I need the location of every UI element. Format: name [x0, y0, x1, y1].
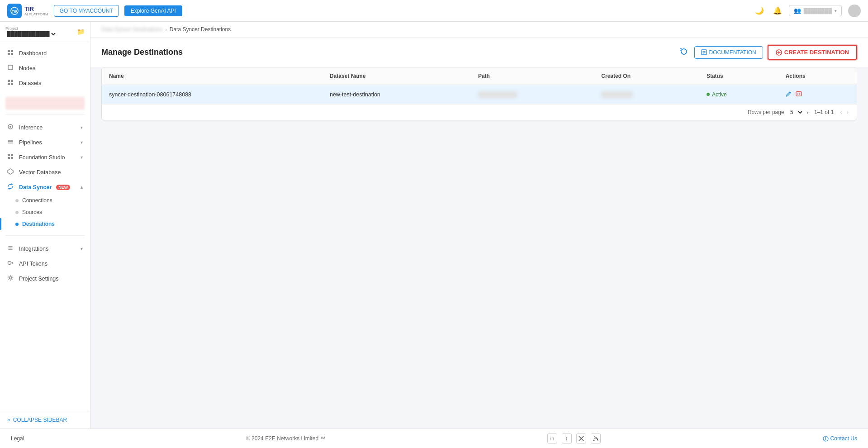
svg-rect-3 — [11, 50, 13, 52]
sidebar-item-project-settings[interactable]: Project Settings — [0, 271, 90, 286]
nodes-icon — [7, 64, 15, 72]
project-settings-icon — [7, 275, 15, 282]
sidebar-item-sources[interactable]: Sources — [0, 206, 90, 218]
user-dropdown[interactable]: 👥 ████████ ▾ — [789, 5, 842, 16]
table-header-row: Name Dataset Name Path Created On Status… — [102, 67, 857, 85]
cell-dataset-name: new-test-destination — [323, 85, 471, 104]
folder-icon[interactable]: 📁 — [77, 28, 85, 35]
sidebar-item-api-tokens[interactable]: API Tokens — [0, 256, 90, 271]
user-icon: 👥 — [794, 7, 801, 14]
footer-social: in f — [547, 434, 601, 443]
facebook-icon[interactable]: f — [562, 434, 572, 443]
chevron-down-icon-pagination: ▾ — [806, 110, 809, 115]
sources-dot — [15, 211, 19, 214]
sidebar-item-pipelines[interactable]: Pipelines ▾ — [0, 135, 90, 150]
footer: Legal © 2024 E2E Networks Limited ™ in f… — [0, 429, 868, 448]
sidebar-item-inference[interactable]: Inference ▾ — [0, 120, 90, 135]
svg-point-34 — [593, 440, 595, 441]
logo-area: TIR TIR AI PLATFORM — [7, 4, 48, 18]
status-active: Active — [707, 91, 771, 98]
svg-rect-15 — [8, 157, 10, 159]
project-settings-label: Project Settings — [19, 276, 59, 282]
connections-dot — [15, 199, 19, 202]
sidebar-item-data-syncer[interactable]: Data Syncer NEW ▴ — [0, 180, 90, 195]
col-name: Name — [102, 67, 323, 85]
explore-genai-button[interactable]: Explore GenAI API — [124, 5, 182, 16]
inference-chevron: ▾ — [81, 125, 83, 130]
page-range: 1–1 of 1 — [814, 109, 834, 115]
pipelines-icon — [7, 138, 15, 146]
avatar[interactable] — [848, 5, 861, 17]
foundation-studio-icon — [7, 153, 15, 161]
delete-button[interactable] — [796, 91, 802, 98]
sidebar-item-connections[interactable]: Connections — [0, 195, 90, 206]
next-page-button[interactable]: › — [845, 108, 849, 116]
contact-us-link[interactable]: Contact Us — [823, 435, 857, 442]
sidebar-item-dashboard[interactable]: Dashboard — [0, 46, 90, 61]
legal-link[interactable]: Legal — [11, 435, 24, 442]
svg-rect-14 — [11, 154, 13, 156]
page-nav: ‹ › — [839, 108, 849, 116]
collapse-sidebar-button[interactable]: « COLLAPSE SIDEBAR — [0, 411, 90, 429]
status-dot — [707, 93, 710, 96]
svg-rect-16 — [11, 157, 13, 159]
rows-per-page-select[interactable]: 5 10 25 — [788, 109, 804, 116]
integrations-icon — [7, 245, 15, 253]
sidebar-item-integrations[interactable]: Integrations ▾ — [0, 241, 90, 256]
sidebar-item-nodes[interactable]: Nodes — [0, 61, 90, 76]
rss-icon[interactable] — [591, 434, 601, 443]
svg-rect-5 — [11, 53, 13, 55]
integrations-label: Integrations — [19, 246, 48, 252]
foundation-studio-chevron: ▾ — [81, 155, 83, 160]
col-created-on: Created On — [594, 67, 699, 85]
sidebar-item-vector-database[interactable]: Vector Database — [0, 165, 90, 180]
svg-marker-17 — [8, 169, 13, 174]
svg-rect-9 — [8, 83, 10, 85]
svg-rect-6 — [8, 65, 13, 70]
connections-label: Connections — [22, 197, 52, 204]
user-name-redacted: ████████ — [804, 8, 832, 14]
contact-us-label: Contact Us — [830, 435, 857, 442]
documentation-button[interactable]: DOCUMENTATION — [694, 46, 763, 59]
refresh-button[interactable] — [678, 46, 690, 59]
svg-rect-30 — [796, 92, 802, 96]
create-destination-button[interactable]: CREATE DESTINATION — [768, 45, 857, 60]
project-selector: Project ████████████ 📁 — [0, 22, 90, 42]
pipelines-label: Pipelines — [19, 139, 42, 146]
data-syncer-label: Data Syncer — [19, 184, 52, 191]
sidebar-item-destinations[interactable]: Destinations — [0, 218, 90, 230]
linkedin-icon[interactable]: in — [547, 434, 557, 443]
col-dataset-name: Dataset Name — [323, 67, 471, 85]
data-syncer-icon — [7, 183, 15, 191]
project-label: Project — [5, 26, 74, 31]
api-tokens-icon — [7, 260, 15, 267]
nav-section-bottom: Integrations ▾ API Tokens Project Settin… — [0, 238, 90, 290]
rows-per-page: Rows per page: 5 10 25 ▾ — [748, 109, 809, 116]
svg-rect-10 — [11, 83, 13, 85]
project-select[interactable]: ████████████ — [5, 31, 57, 37]
datasets-icon — [7, 79, 15, 87]
inference-icon — [7, 124, 15, 131]
edit-button[interactable] — [786, 91, 792, 98]
svg-point-18 — [8, 262, 11, 265]
sidebar-item-foundation-studio[interactable]: Foundation Studio ▾ — [0, 150, 90, 165]
breadcrumb-parent[interactable]: Data Syncer Destinations — [101, 26, 162, 33]
dark-mode-toggle[interactable]: 🌙 — [753, 4, 766, 18]
inference-label: Inference — [19, 124, 43, 131]
header-actions: DOCUMENTATION CREATE DESTINATION — [678, 45, 857, 60]
divider-1 — [5, 114, 85, 114]
table-body: syncer-destination-08061748088 new-test-… — [102, 85, 857, 104]
notifications-bell[interactable]: 🔔 — [771, 4, 784, 18]
destinations-dot — [15, 223, 19, 226]
go-to-myaccount-button[interactable]: GO TO MYACCOUNT — [54, 5, 119, 17]
twitter-icon[interactable] — [576, 434, 586, 443]
created-on-redacted: •••••••••••••••• — [601, 91, 633, 98]
data-syncer-badge: NEW — [56, 185, 70, 190]
svg-text:TIR: TIR — [12, 10, 18, 14]
app-body: Project ████████████ 📁 Dashboard Nodes — [0, 22, 868, 429]
cell-actions — [778, 85, 857, 104]
svg-point-12 — [9, 126, 11, 128]
sidebar-item-datasets[interactable]: Datasets — [0, 76, 90, 91]
prev-page-button[interactable]: ‹ — [839, 108, 843, 116]
pipelines-chevron: ▾ — [81, 140, 83, 145]
